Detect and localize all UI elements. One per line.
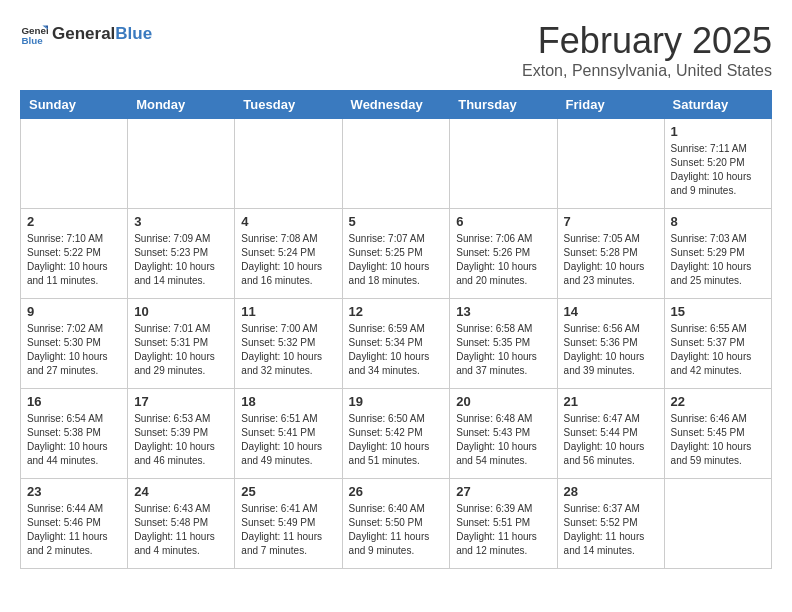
calendar-cell: 12Sunrise: 6:59 AM Sunset: 5:34 PM Dayli…: [342, 299, 450, 389]
calendar-table: SundayMondayTuesdayWednesdayThursdayFrid…: [20, 90, 772, 569]
day-number: 26: [349, 484, 444, 499]
week-row-1: 1Sunrise: 7:11 AM Sunset: 5:20 PM Daylig…: [21, 119, 772, 209]
calendar-cell: [342, 119, 450, 209]
day-number: 13: [456, 304, 550, 319]
day-header-saturday: Saturday: [664, 91, 771, 119]
cell-details: Sunrise: 6:55 AM Sunset: 5:37 PM Dayligh…: [671, 322, 765, 378]
calendar-cell: 5Sunrise: 7:07 AM Sunset: 5:25 PM Daylig…: [342, 209, 450, 299]
day-header-tuesday: Tuesday: [235, 91, 342, 119]
calendar-cell: 11Sunrise: 7:00 AM Sunset: 5:32 PM Dayli…: [235, 299, 342, 389]
cell-details: Sunrise: 6:47 AM Sunset: 5:44 PM Dayligh…: [564, 412, 658, 468]
day-number: 5: [349, 214, 444, 229]
day-number: 22: [671, 394, 765, 409]
calendar-cell: [557, 119, 664, 209]
cell-details: Sunrise: 6:39 AM Sunset: 5:51 PM Dayligh…: [456, 502, 550, 558]
cell-details: Sunrise: 6:40 AM Sunset: 5:50 PM Dayligh…: [349, 502, 444, 558]
calendar-cell: 9Sunrise: 7:02 AM Sunset: 5:30 PM Daylig…: [21, 299, 128, 389]
day-number: 28: [564, 484, 658, 499]
svg-text:Blue: Blue: [21, 35, 43, 46]
calendar-cell: [450, 119, 557, 209]
day-number: 14: [564, 304, 658, 319]
cell-details: Sunrise: 7:03 AM Sunset: 5:29 PM Dayligh…: [671, 232, 765, 288]
day-number: 24: [134, 484, 228, 499]
week-row-5: 23Sunrise: 6:44 AM Sunset: 5:46 PM Dayli…: [21, 479, 772, 569]
calendar-cell: [235, 119, 342, 209]
day-number: 6: [456, 214, 550, 229]
cell-details: Sunrise: 6:41 AM Sunset: 5:49 PM Dayligh…: [241, 502, 335, 558]
cell-details: Sunrise: 6:56 AM Sunset: 5:36 PM Dayligh…: [564, 322, 658, 378]
day-number: 27: [456, 484, 550, 499]
cell-details: Sunrise: 7:10 AM Sunset: 5:22 PM Dayligh…: [27, 232, 121, 288]
calendar-cell: 10Sunrise: 7:01 AM Sunset: 5:31 PM Dayli…: [128, 299, 235, 389]
day-number: 16: [27, 394, 121, 409]
day-number: 7: [564, 214, 658, 229]
cell-details: Sunrise: 7:08 AM Sunset: 5:24 PM Dayligh…: [241, 232, 335, 288]
day-number: 21: [564, 394, 658, 409]
day-header-sunday: Sunday: [21, 91, 128, 119]
cell-details: Sunrise: 7:09 AM Sunset: 5:23 PM Dayligh…: [134, 232, 228, 288]
cell-details: Sunrise: 6:51 AM Sunset: 5:41 PM Dayligh…: [241, 412, 335, 468]
cell-details: Sunrise: 6:46 AM Sunset: 5:45 PM Dayligh…: [671, 412, 765, 468]
calendar-cell: 17Sunrise: 6:53 AM Sunset: 5:39 PM Dayli…: [128, 389, 235, 479]
day-number: 8: [671, 214, 765, 229]
day-number: 23: [27, 484, 121, 499]
day-number: 20: [456, 394, 550, 409]
day-number: 11: [241, 304, 335, 319]
day-number: 15: [671, 304, 765, 319]
calendar-cell: 27Sunrise: 6:39 AM Sunset: 5:51 PM Dayli…: [450, 479, 557, 569]
calendar-cell: [128, 119, 235, 209]
calendar-cell: [21, 119, 128, 209]
location-title: Exton, Pennsylvania, United States: [522, 62, 772, 80]
day-number: 12: [349, 304, 444, 319]
day-number: 19: [349, 394, 444, 409]
calendar-cell: 14Sunrise: 6:56 AM Sunset: 5:36 PM Dayli…: [557, 299, 664, 389]
cell-details: Sunrise: 7:02 AM Sunset: 5:30 PM Dayligh…: [27, 322, 121, 378]
calendar-cell: 25Sunrise: 6:41 AM Sunset: 5:49 PM Dayli…: [235, 479, 342, 569]
cell-details: Sunrise: 6:58 AM Sunset: 5:35 PM Dayligh…: [456, 322, 550, 378]
calendar-cell: 22Sunrise: 6:46 AM Sunset: 5:45 PM Dayli…: [664, 389, 771, 479]
calendar-cell: 15Sunrise: 6:55 AM Sunset: 5:37 PM Dayli…: [664, 299, 771, 389]
day-number: 3: [134, 214, 228, 229]
calendar-cell: 13Sunrise: 6:58 AM Sunset: 5:35 PM Dayli…: [450, 299, 557, 389]
logo: General Blue GeneralBlue: [20, 20, 152, 48]
cell-details: Sunrise: 7:11 AM Sunset: 5:20 PM Dayligh…: [671, 142, 765, 198]
cell-details: Sunrise: 6:59 AM Sunset: 5:34 PM Dayligh…: [349, 322, 444, 378]
day-header-monday: Monday: [128, 91, 235, 119]
cell-details: Sunrise: 6:53 AM Sunset: 5:39 PM Dayligh…: [134, 412, 228, 468]
month-title: February 2025: [522, 20, 772, 62]
calendar-cell: 24Sunrise: 6:43 AM Sunset: 5:48 PM Dayli…: [128, 479, 235, 569]
week-row-2: 2Sunrise: 7:10 AM Sunset: 5:22 PM Daylig…: [21, 209, 772, 299]
day-header-wednesday: Wednesday: [342, 91, 450, 119]
calendar-cell: 18Sunrise: 6:51 AM Sunset: 5:41 PM Dayli…: [235, 389, 342, 479]
cell-details: Sunrise: 6:44 AM Sunset: 5:46 PM Dayligh…: [27, 502, 121, 558]
calendar-cell: 19Sunrise: 6:50 AM Sunset: 5:42 PM Dayli…: [342, 389, 450, 479]
calendar-cell: 28Sunrise: 6:37 AM Sunset: 5:52 PM Dayli…: [557, 479, 664, 569]
day-number: 25: [241, 484, 335, 499]
calendar-cell: 3Sunrise: 7:09 AM Sunset: 5:23 PM Daylig…: [128, 209, 235, 299]
cell-details: Sunrise: 6:50 AM Sunset: 5:42 PM Dayligh…: [349, 412, 444, 468]
cell-details: Sunrise: 6:37 AM Sunset: 5:52 PM Dayligh…: [564, 502, 658, 558]
cell-details: Sunrise: 7:05 AM Sunset: 5:28 PM Dayligh…: [564, 232, 658, 288]
week-row-3: 9Sunrise: 7:02 AM Sunset: 5:30 PM Daylig…: [21, 299, 772, 389]
calendar-cell: 7Sunrise: 7:05 AM Sunset: 5:28 PM Daylig…: [557, 209, 664, 299]
calendar-cell: 26Sunrise: 6:40 AM Sunset: 5:50 PM Dayli…: [342, 479, 450, 569]
day-number: 18: [241, 394, 335, 409]
calendar-cell: 16Sunrise: 6:54 AM Sunset: 5:38 PM Dayli…: [21, 389, 128, 479]
cell-details: Sunrise: 7:07 AM Sunset: 5:25 PM Dayligh…: [349, 232, 444, 288]
calendar-cell: [664, 479, 771, 569]
day-number: 10: [134, 304, 228, 319]
calendar-cell: 20Sunrise: 6:48 AM Sunset: 5:43 PM Dayli…: [450, 389, 557, 479]
cell-details: Sunrise: 7:00 AM Sunset: 5:32 PM Dayligh…: [241, 322, 335, 378]
week-row-4: 16Sunrise: 6:54 AM Sunset: 5:38 PM Dayli…: [21, 389, 772, 479]
calendar-cell: 2Sunrise: 7:10 AM Sunset: 5:22 PM Daylig…: [21, 209, 128, 299]
cell-details: Sunrise: 6:54 AM Sunset: 5:38 PM Dayligh…: [27, 412, 121, 468]
calendar-cell: 1Sunrise: 7:11 AM Sunset: 5:20 PM Daylig…: [664, 119, 771, 209]
calendar-header-row: SundayMondayTuesdayWednesdayThursdayFrid…: [21, 91, 772, 119]
logo-general-text: GeneralBlue: [52, 25, 152, 44]
day-header-thursday: Thursday: [450, 91, 557, 119]
calendar-cell: 23Sunrise: 6:44 AM Sunset: 5:46 PM Dayli…: [21, 479, 128, 569]
day-number: 17: [134, 394, 228, 409]
day-number: 9: [27, 304, 121, 319]
calendar-cell: 6Sunrise: 7:06 AM Sunset: 5:26 PM Daylig…: [450, 209, 557, 299]
calendar-cell: 8Sunrise: 7:03 AM Sunset: 5:29 PM Daylig…: [664, 209, 771, 299]
